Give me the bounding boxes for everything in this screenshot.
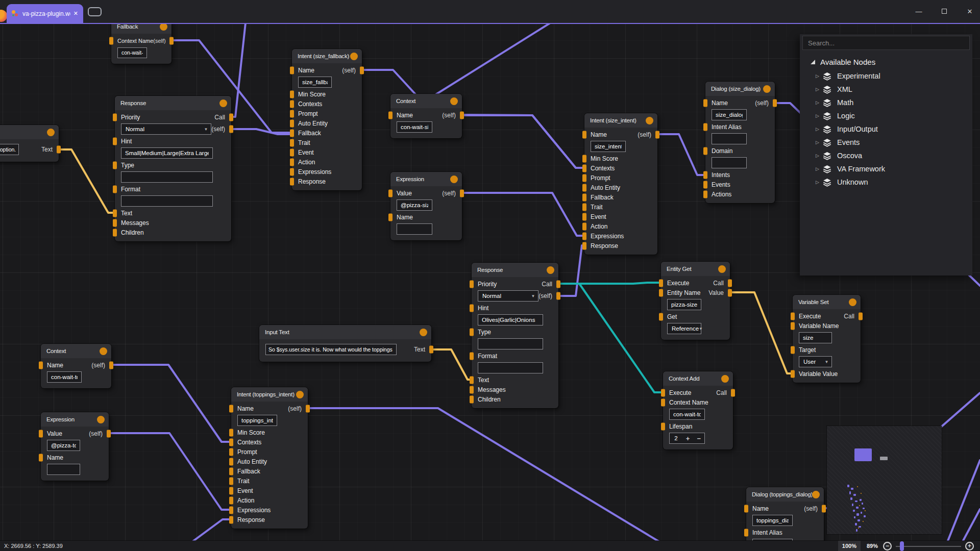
name-in-port[interactable] [290,66,294,74]
dropdown-select[interactable]: Normal▼ [121,123,211,135]
zoom-in-button[interactable]: + [965,542,974,550]
node-intent-toppings-intent[interactable]: Intent (toppings_intent)Name(self)Min Sc… [231,387,308,529]
text-field[interactable] [712,133,747,144]
call-out-port[interactable] [556,280,560,288]
close-button[interactable]: ✕ [965,8,975,15]
search-input[interactable] [802,36,970,50]
node-intent-size-intent[interactable]: Intent (size_intent)Name(self)Min ScoreC… [584,113,657,255]
event-in-port[interactable] [582,213,586,220]
value-in-port[interactable] [388,189,393,197]
call-out-port[interactable] [229,113,233,121]
text-field[interactable] [121,147,213,159]
chevron-collapsed-icon[interactable]: ▷ [816,180,823,185]
auto-entity-in-port[interactable] [290,119,294,127]
intent-alias-in-port[interactable] [744,529,748,536]
intent-alias-in-port[interactable] [703,123,707,131]
value-in-port[interactable] [39,430,43,437]
text-out-port[interactable] [57,146,61,154]
text-field[interactable] [799,332,832,343]
messages-in-port[interactable] [113,219,117,227]
fallback-in-port[interactable] [290,129,294,137]
self-out-port[interactable] [556,292,560,300]
text-field[interactable] [591,141,626,152]
trait-in-port[interactable] [229,477,233,485]
messages-in-port[interactable] [470,386,474,393]
tree-item-va-framework[interactable]: ▷VA Framework [800,162,972,176]
name-in-port[interactable] [582,131,586,138]
node-context-mid[interactable]: ContextName(self) [390,94,462,138]
node-intent-size-fallback[interactable]: Intent (size_fallback)Name(self)Min Scor… [292,49,362,190]
call-out-port[interactable] [731,389,735,396]
text-field[interactable] [47,371,82,383]
expressions-in-port[interactable] [582,232,586,240]
node-entity-get[interactable]: Entity GetExecuteCallEntity NameValueGet… [661,262,730,340]
node-response-left[interactable]: ResponsePriorityCallNormal▼(self)HintTyp… [115,96,231,241]
dropdown-select[interactable]: Reference▼ [667,323,701,334]
text-field[interactable] [712,157,747,168]
chevron-collapsed-icon[interactable]: ▷ [816,87,823,92]
text-field[interactable] [47,440,80,451]
text-field[interactable] [478,314,543,325]
priority-in-port[interactable] [113,113,117,121]
contexts-in-port[interactable] [582,164,586,172]
number-stepper[interactable]: 2+− [669,433,705,444]
node-expression-bl[interactable]: ExpressionValue(self)Name [41,412,109,481]
format-in-port[interactable] [113,185,117,193]
tree-item-oscova[interactable]: ▷Oscova [800,149,972,162]
prompt-in-port[interactable] [582,174,586,182]
text-field[interactable] [265,344,397,355]
execute-in-port[interactable] [661,389,665,396]
chevron-collapsed-icon[interactable]: ▷ [816,127,823,132]
tree-item-experimental[interactable]: ▷Experimental [800,69,972,83]
response-in-port[interactable] [229,516,233,523]
increment-icon[interactable]: + [682,435,694,442]
expressions-in-port[interactable] [229,506,233,514]
decrement-icon[interactable]: − [693,435,704,442]
text-field[interactable] [117,47,147,58]
chevron-collapsed-icon[interactable]: ▷ [816,73,823,79]
tree-item-events[interactable]: ▷Events [800,136,972,149]
tree-item-logic[interactable]: ▷Logic [800,109,972,122]
zoom-slider[interactable] [896,542,961,550]
text-field[interactable] [397,121,432,133]
-self--out-port[interactable] [655,131,659,138]
contexts-in-port[interactable] [290,100,294,108]
auto-entity-in-port[interactable] [229,458,233,465]
variable-value-in-port[interactable] [791,370,795,378]
action-in-port[interactable] [290,158,294,166]
lifespan-in-port[interactable] [661,422,665,430]
text-field[interactable] [397,223,432,235]
expressions-in-port[interactable] [290,168,294,176]
text-field[interactable] [667,299,701,310]
-self--out-port[interactable] [109,361,113,369]
tree-root-available-nodes[interactable]: Available Nodes [800,55,972,69]
target-in-port[interactable] [791,346,795,354]
format-in-port[interactable] [470,352,474,360]
dropdown-select[interactable]: User▼ [799,356,832,367]
chevron-collapsed-icon[interactable]: ▷ [816,166,823,171]
chevron-collapsed-icon[interactable]: ▷ [816,140,823,145]
tree-item-xml[interactable]: ▷XML [800,83,972,96]
text-field[interactable] [47,464,80,475]
new-tab-button[interactable] [88,7,102,16]
minimap-viewport[interactable] [854,448,872,461]
trait-in-port[interactable] [290,139,294,146]
priority-in-port[interactable] [470,280,474,288]
min-score-in-port[interactable] [229,429,233,436]
name-in-port[interactable] [39,361,43,369]
type-in-port[interactable] [113,161,117,169]
text-field[interactable] [478,362,543,373]
node-response-mid[interactable]: ResponsePriorityCallNormal▼(self)HintTyp… [472,263,558,408]
chevron-collapsed-icon[interactable]: ▷ [816,100,823,105]
fallback-in-port[interactable] [582,193,586,201]
maximize-button[interactable] [939,8,949,15]
node-expression-mid[interactable]: ExpressionValue(self)Name [390,172,462,240]
type-in-port[interactable] [470,328,474,336]
prompt-in-port[interactable] [229,448,233,456]
name-in-port[interactable] [744,505,748,512]
actions-in-port[interactable] [703,190,707,198]
response-in-port[interactable] [582,242,586,249]
call-out-port[interactable] [859,312,863,320]
minimap[interactable] [827,426,942,534]
trait-in-port[interactable] [582,203,586,211]
